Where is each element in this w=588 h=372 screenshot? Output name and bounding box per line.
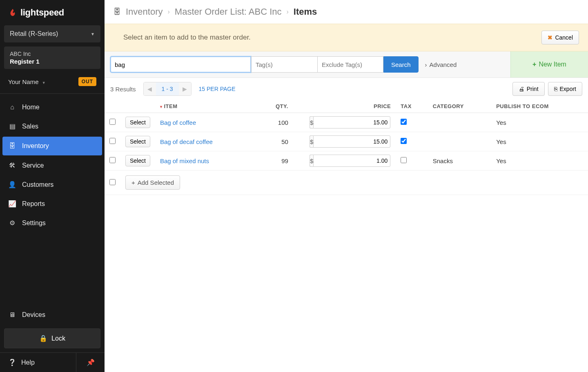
sidebar: lightspeed Retail (R-Series) ▼ ABC Inc R… (0, 0, 105, 372)
lock-button[interactable]: 🔒 Lock (4, 328, 100, 348)
nav-reports[interactable]: 📈Reports (0, 194, 105, 213)
brand-logo[interactable]: lightspeed (0, 0, 105, 23)
breadcrumb-items: Items (294, 7, 317, 17)
select-all-checkbox[interactable] (109, 179, 116, 185)
per-page-select[interactable]: 15 PER PAGE (199, 86, 236, 92)
product-selector[interactable]: Retail (R-Series) ▼ (4, 25, 100, 42)
add-selected-row: +Add Selected (105, 170, 588, 195)
tax-checkbox[interactable] (401, 157, 407, 163)
chevron-down-icon: ▼ (91, 32, 95, 36)
main-content: 🗄 Inventory › Master Order List: ABC Inc… (105, 0, 588, 372)
col-category[interactable]: CATEGORY (428, 100, 492, 113)
export-button[interactable]: ⎘Export (548, 82, 582, 96)
user-row: Your Name ▼ OUT (0, 71, 105, 94)
breadcrumb-inventory[interactable]: Inventory (126, 7, 163, 17)
qty-cell: 100 (252, 113, 305, 132)
price-input[interactable] (313, 116, 390, 128)
breadcrumb-mol[interactable]: Master Order List: ABC Inc (175, 7, 282, 17)
tags-input[interactable] (251, 56, 317, 73)
location-info[interactable]: ABC Inc Register 1 (4, 46, 100, 69)
nav-sales[interactable]: ▤Sales (0, 117, 105, 136)
item-link[interactable]: Bag of decaf coffee (160, 138, 213, 145)
ecom-cell: Yes (491, 113, 588, 132)
nav-devices[interactable]: 🖥 Devices (0, 306, 105, 324)
exclude-tags-input[interactable] (317, 56, 383, 73)
advanced-button[interactable]: ›Advanced (419, 56, 463, 73)
print-button[interactable]: 🖨Print (512, 82, 545, 96)
lock-icon: 🔒 (39, 334, 47, 342)
category-cell: Snacks (428, 151, 492, 170)
nav-customers[interactable]: 👤Customers (0, 175, 105, 194)
results-count: 3 Results (110, 86, 136, 93)
inventory-icon: 🗄 (114, 8, 121, 16)
x-icon: ✖ (548, 34, 552, 41)
pager-prev[interactable]: ◀ (144, 82, 156, 95)
flame-icon (8, 8, 17, 17)
help-button[interactable]: ❔ Help (0, 353, 76, 372)
caret-right-icon: ▶ (183, 86, 187, 92)
nav-label: Inventory (22, 142, 49, 150)
tax-checkbox[interactable] (401, 138, 407, 144)
add-selected-button[interactable]: +Add Selected (125, 175, 180, 190)
register-icon: ▤ (8, 122, 16, 130)
caret-left-icon: ◀ (147, 86, 152, 92)
col-tax[interactable]: TAX (396, 100, 428, 113)
notice-message: Select an item to add to the master orde… (114, 33, 251, 42)
col-price[interactable]: PRICE (305, 100, 396, 113)
select-button[interactable]: Select (125, 117, 150, 128)
lock-label: Lock (51, 335, 65, 342)
nav-settings[interactable]: ⚙Settings (0, 213, 105, 232)
pager-current[interactable]: 1 - 3 (156, 82, 179, 95)
status-badge[interactable]: OUT (78, 77, 96, 86)
advanced-label: Advanced (430, 61, 457, 68)
row-checkbox[interactable] (109, 119, 116, 125)
question-icon: ❔ (8, 359, 16, 366)
select-button[interactable]: Select (125, 136, 150, 147)
product-selector-label: Retail (R-Series) (10, 30, 58, 38)
search-button[interactable]: Search (383, 56, 419, 73)
price-input-group: $ (310, 116, 359, 128)
chart-icon: 📈 (8, 200, 16, 208)
col-item[interactable]: ▾ITEM (155, 100, 252, 113)
register-name: Register 1 (10, 58, 95, 65)
brand-text: lightspeed (20, 7, 64, 18)
col-ecom[interactable]: PUBLISH TO ECOM (491, 100, 588, 113)
export-icon: ⎘ (554, 86, 557, 92)
row-checkbox[interactable] (109, 157, 116, 163)
wrench-icon: 🛠 (8, 162, 16, 169)
new-item-label: New Item (539, 61, 566, 68)
price-input-group: $ (310, 135, 359, 148)
user-menu[interactable]: Your Name ▼ (8, 78, 46, 85)
plus-icon: + (532, 61, 536, 68)
pin-button[interactable]: 📌 (76, 353, 105, 372)
cancel-label: Cancel (555, 34, 573, 41)
help-label: Help (21, 359, 35, 366)
pager-next[interactable]: ▶ (179, 82, 191, 95)
nav-label: Home (22, 104, 40, 111)
new-item-button[interactable]: +New Item (510, 51, 588, 78)
breadcrumbs: 🗄 Inventory › Master Order List: ABC Inc… (105, 0, 588, 24)
qty-cell: 99 (252, 151, 305, 170)
item-link[interactable]: Bag of coffee (160, 119, 196, 126)
tax-checkbox[interactable] (401, 119, 407, 125)
qty-cell: 50 (252, 132, 305, 151)
search-input[interactable] (110, 56, 251, 73)
nav-label: Reports (22, 200, 45, 208)
nav-home[interactable]: ⌂Home (0, 98, 105, 117)
price-input-group: $ (310, 155, 359, 167)
ecom-cell: Yes (491, 132, 588, 151)
pager: ◀ 1 - 3 ▶ (143, 82, 192, 96)
price-input[interactable] (313, 155, 390, 167)
nav-inventory[interactable]: 🗄Inventory (2, 137, 102, 155)
search-row: Search ›Advanced +New Item (105, 51, 588, 78)
nav-service[interactable]: 🛠Service (0, 156, 105, 175)
sort-desc-icon: ▾ (160, 104, 163, 109)
cancel-button[interactable]: ✖Cancel (541, 31, 579, 44)
price-input[interactable] (313, 135, 390, 148)
item-link[interactable]: Bag of mixed nuts (160, 157, 209, 164)
triangle-down-icon: ▼ (42, 81, 46, 85)
col-qty[interactable]: QTY. (252, 100, 305, 113)
select-button[interactable]: Select (125, 155, 150, 166)
row-checkbox[interactable] (109, 138, 116, 144)
chevron-right-icon: › (168, 8, 170, 16)
